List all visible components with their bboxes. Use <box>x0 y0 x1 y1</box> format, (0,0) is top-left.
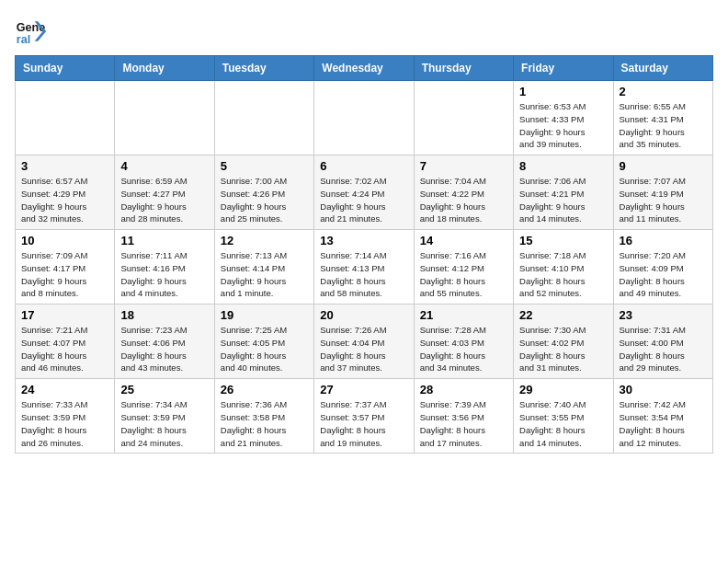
day-info: Sunrise: 7:04 AM Sunset: 4:22 PM Dayligh… <box>420 175 507 225</box>
day-number: 18 <box>120 308 208 322</box>
day-number: 6 <box>320 159 407 173</box>
calendar-cell: 5Sunrise: 7:00 AM Sunset: 4:26 PM Daylig… <box>214 155 313 230</box>
day-number: 1 <box>519 85 607 98</box>
day-info: Sunrise: 7:34 AM Sunset: 3:59 PM Dayligh… <box>120 398 208 449</box>
day-info: Sunrise: 6:55 AM Sunset: 4:31 PM Dayligh… <box>620 100 707 151</box>
day-number: 2 <box>620 85 707 98</box>
calendar-cell <box>115 81 214 155</box>
day-info: Sunrise: 7:07 AM Sunset: 4:19 PM Dayligh… <box>620 175 707 225</box>
day-number: 10 <box>21 234 108 247</box>
day-info: Sunrise: 6:59 AM Sunset: 4:27 PM Dayligh… <box>120 175 208 225</box>
calendar-cell: 19Sunrise: 7:25 AM Sunset: 4:05 PM Dayli… <box>214 304 313 379</box>
day-number: 20 <box>320 308 407 322</box>
day-number: 23 <box>620 308 707 322</box>
calendar-cell: 9Sunrise: 7:07 AM Sunset: 4:19 PM Daylig… <box>613 155 712 230</box>
calendar-cell: 8Sunrise: 7:06 AM Sunset: 4:21 PM Daylig… <box>514 155 613 230</box>
day-number: 24 <box>21 383 108 396</box>
weekday-header-monday: Monday <box>115 56 214 81</box>
calendar-cell <box>16 81 115 155</box>
day-info: Sunrise: 7:06 AM Sunset: 4:21 PM Dayligh… <box>519 175 607 225</box>
day-number: 21 <box>420 308 507 322</box>
calendar-cell: 3Sunrise: 6:57 AM Sunset: 4:29 PM Daylig… <box>16 155 115 230</box>
day-info: Sunrise: 7:18 AM Sunset: 4:10 PM Dayligh… <box>519 249 607 300</box>
calendar-cell: 21Sunrise: 7:28 AM Sunset: 4:03 PM Dayli… <box>414 304 513 379</box>
day-number: 28 <box>420 383 507 396</box>
calendar-cell: 1Sunrise: 6:53 AM Sunset: 4:33 PM Daylig… <box>514 81 613 155</box>
calendar-cell: 22Sunrise: 7:30 AM Sunset: 4:02 PM Dayli… <box>514 304 613 379</box>
day-info: Sunrise: 7:00 AM Sunset: 4:26 PM Dayligh… <box>221 175 308 225</box>
day-info: Sunrise: 7:40 AM Sunset: 3:55 PM Dayligh… <box>519 398 607 449</box>
calendar-cell: 17Sunrise: 7:21 AM Sunset: 4:07 PM Dayli… <box>16 304 115 379</box>
calendar-cell: 14Sunrise: 7:16 AM Sunset: 4:12 PM Dayli… <box>414 230 513 304</box>
calendar-cell <box>414 81 513 155</box>
day-number: 29 <box>519 383 607 396</box>
calendar-cell: 23Sunrise: 7:31 AM Sunset: 4:00 PM Dayli… <box>613 304 712 379</box>
day-info: Sunrise: 7:25 AM Sunset: 4:05 PM Dayligh… <box>221 324 308 374</box>
logo-icon: Gene ral <box>15 15 48 48</box>
day-info: Sunrise: 7:30 AM Sunset: 4:02 PM Dayligh… <box>519 324 607 374</box>
calendar-week-2: 3Sunrise: 6:57 AM Sunset: 4:29 PM Daylig… <box>16 155 713 230</box>
calendar-cell <box>314 81 414 155</box>
day-info: Sunrise: 7:39 AM Sunset: 3:56 PM Dayligh… <box>420 398 507 449</box>
calendar-cell: 12Sunrise: 7:13 AM Sunset: 4:14 PM Dayli… <box>214 230 313 304</box>
weekday-header-row: SundayMondayTuesdayWednesdayThursdayFrid… <box>16 56 713 81</box>
calendar-cell: 10Sunrise: 7:09 AM Sunset: 4:17 PM Dayli… <box>16 230 115 304</box>
calendar-cell: 30Sunrise: 7:42 AM Sunset: 3:54 PM Dayli… <box>613 379 712 454</box>
day-info: Sunrise: 7:42 AM Sunset: 3:54 PM Dayligh… <box>620 398 707 449</box>
calendar-cell: 15Sunrise: 7:18 AM Sunset: 4:10 PM Dayli… <box>514 230 613 304</box>
day-number: 5 <box>221 159 308 173</box>
day-info: Sunrise: 7:16 AM Sunset: 4:12 PM Dayligh… <box>420 249 507 300</box>
day-number: 27 <box>320 383 407 396</box>
day-number: 12 <box>221 234 308 247</box>
day-info: Sunrise: 7:21 AM Sunset: 4:07 PM Dayligh… <box>21 324 108 374</box>
calendar-cell: 27Sunrise: 7:37 AM Sunset: 3:57 PM Dayli… <box>314 379 414 454</box>
weekday-header-friday: Friday <box>514 56 613 81</box>
day-number: 25 <box>120 383 208 396</box>
day-info: Sunrise: 7:13 AM Sunset: 4:14 PM Dayligh… <box>221 249 308 300</box>
calendar-week-3: 10Sunrise: 7:09 AM Sunset: 4:17 PM Dayli… <box>16 230 713 304</box>
day-info: Sunrise: 7:23 AM Sunset: 4:06 PM Dayligh… <box>120 324 208 374</box>
day-number: 17 <box>21 308 108 322</box>
calendar-cell <box>214 81 313 155</box>
weekday-header-saturday: Saturday <box>613 56 712 81</box>
calendar-cell: 25Sunrise: 7:34 AM Sunset: 3:59 PM Dayli… <box>115 379 214 454</box>
day-number: 19 <box>221 308 308 322</box>
day-info: Sunrise: 6:57 AM Sunset: 4:29 PM Dayligh… <box>21 175 108 225</box>
calendar-week-4: 17Sunrise: 7:21 AM Sunset: 4:07 PM Dayli… <box>16 304 713 379</box>
calendar-cell: 6Sunrise: 7:02 AM Sunset: 4:24 PM Daylig… <box>314 155 414 230</box>
day-info: Sunrise: 7:31 AM Sunset: 4:00 PM Dayligh… <box>620 324 707 374</box>
day-info: Sunrise: 7:37 AM Sunset: 3:57 PM Dayligh… <box>320 398 407 449</box>
weekday-header-tuesday: Tuesday <box>214 56 313 81</box>
logo: Gene ral <box>15 15 51 48</box>
day-info: Sunrise: 7:36 AM Sunset: 3:58 PM Dayligh… <box>221 398 308 449</box>
day-number: 9 <box>620 159 707 173</box>
calendar-cell: 29Sunrise: 7:40 AM Sunset: 3:55 PM Dayli… <box>514 379 613 454</box>
day-number: 3 <box>21 159 108 173</box>
weekday-header-sunday: Sunday <box>16 56 115 81</box>
calendar-table: SundayMondayTuesdayWednesdayThursdayFrid… <box>15 55 713 454</box>
day-info: Sunrise: 7:09 AM Sunset: 4:17 PM Dayligh… <box>21 249 108 300</box>
day-info: Sunrise: 7:28 AM Sunset: 4:03 PM Dayligh… <box>420 324 507 374</box>
calendar-cell: 11Sunrise: 7:11 AM Sunset: 4:16 PM Dayli… <box>115 230 214 304</box>
calendar-week-5: 24Sunrise: 7:33 AM Sunset: 3:59 PM Dayli… <box>16 379 713 454</box>
day-number: 13 <box>320 234 407 247</box>
day-info: Sunrise: 6:53 AM Sunset: 4:33 PM Dayligh… <box>519 100 607 151</box>
day-info: Sunrise: 7:26 AM Sunset: 4:04 PM Dayligh… <box>320 324 407 374</box>
calendar-cell: 13Sunrise: 7:14 AM Sunset: 4:13 PM Dayli… <box>314 230 414 304</box>
calendar-cell: 18Sunrise: 7:23 AM Sunset: 4:06 PM Dayli… <box>115 304 214 379</box>
calendar-cell: 24Sunrise: 7:33 AM Sunset: 3:59 PM Dayli… <box>16 379 115 454</box>
day-number: 26 <box>221 383 308 396</box>
day-info: Sunrise: 7:11 AM Sunset: 4:16 PM Dayligh… <box>120 249 208 300</box>
calendar-cell: 7Sunrise: 7:04 AM Sunset: 4:22 PM Daylig… <box>414 155 513 230</box>
calendar-cell: 4Sunrise: 6:59 AM Sunset: 4:27 PM Daylig… <box>115 155 214 230</box>
day-number: 11 <box>120 234 208 247</box>
day-number: 22 <box>519 308 607 322</box>
calendar-cell: 20Sunrise: 7:26 AM Sunset: 4:04 PM Dayli… <box>314 304 414 379</box>
day-info: Sunrise: 7:02 AM Sunset: 4:24 PM Dayligh… <box>320 175 407 225</box>
day-number: 16 <box>620 234 707 247</box>
weekday-header-thursday: Thursday <box>414 56 513 81</box>
day-info: Sunrise: 7:20 AM Sunset: 4:09 PM Dayligh… <box>620 249 707 300</box>
day-number: 15 <box>519 234 607 247</box>
svg-text:ral: ral <box>17 33 30 46</box>
day-number: 8 <box>519 159 607 173</box>
